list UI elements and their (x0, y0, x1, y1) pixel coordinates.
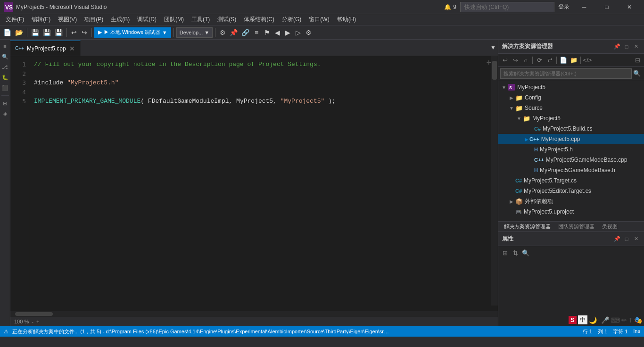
ime-type[interactable]: T (628, 316, 633, 324)
menu-team[interactable]: 团队(M) (160, 15, 188, 25)
toolbar-save[interactable]: 💾 (30, 27, 41, 38)
se-tab-team[interactable]: 团队资源管理器 (554, 222, 598, 232)
toolbar-save2[interactable]: 💾 (53, 27, 64, 38)
scrollbar-vertical[interactable] (491, 56, 498, 306)
ime-mic[interactable]: 🎤 (601, 316, 609, 324)
menu-window[interactable]: 窗口(W) (305, 15, 333, 25)
tree-item-ext-deps[interactable]: ▶ 📦 外部依赖项 (498, 196, 644, 207)
se-tab-solution[interactable]: 解决方案资源管理器 (500, 222, 554, 232)
run-button[interactable]: ▶ ▶ 本地 Windows 调试器 ▼ (94, 27, 171, 38)
activity-extensions[interactable]: ⬛ (0, 83, 10, 92)
ime-emoji[interactable]: 🎭 (634, 316, 642, 324)
tree-item-myproject5-cpp[interactable]: ▶ C++ MyProject5.cpp (498, 134, 644, 144)
se-bottom-tabs: 解决方案资源管理器 团队资源管理器 类视图 (498, 221, 644, 231)
menu-test[interactable]: 测试(S) (214, 15, 240, 25)
editor-content: 1 2 3 4 5 // Fill out your copyright not… (10, 56, 498, 311)
tree-item-build-cs[interactable]: C# MyProject5.Build.cs (498, 124, 644, 134)
toolbar-undo[interactable]: ↩ (69, 27, 79, 38)
add-icon[interactable]: + (486, 58, 491, 68)
se-newfolder-button[interactable]: 📁 (569, 56, 578, 65)
prop-close-button[interactable]: ✕ (632, 235, 640, 243)
ime-draw[interactable]: ✏ (621, 316, 627, 324)
scrollbar-horizontal[interactable] (10, 311, 498, 317)
tree-item-config[interactable]: ▶ 📁 Config (498, 92, 644, 103)
tree-item-myproject5-h[interactable]: H MyProject5.h (498, 144, 644, 155)
menu-debug[interactable]: 调试(D) (133, 15, 160, 25)
menu-project[interactable]: 项目(P) (81, 15, 107, 25)
toolbar-btn-a[interactable]: ⚙ (218, 27, 227, 38)
toolbar-btn-f[interactable]: ◀ (272, 27, 282, 38)
menu-help[interactable]: 帮助(H) (333, 15, 360, 25)
zoom-increase[interactable]: + (36, 319, 39, 324)
toolbar-btn-e[interactable]: ⚑ (262, 27, 272, 38)
tree-item-gamemode-cpp[interactable]: C++ MyProject5GameModeBase.cpp (498, 155, 644, 165)
menu-view[interactable]: 视图(V) (54, 15, 81, 25)
se-home-button[interactable]: ⌂ (521, 56, 530, 65)
activity-git[interactable]: ⎇ (0, 62, 10, 72)
tree-item-target-cs[interactable]: C# MyProject5.Target.cs (498, 175, 644, 186)
toolbar-new[interactable]: 📄 (2, 27, 13, 38)
se-collapse-button[interactable]: ⊟ (633, 56, 642, 65)
close-button[interactable]: ✕ (619, 0, 640, 14)
tab-dropdown[interactable]: ▼ (488, 40, 498, 56)
activity-search[interactable]: 🔍 (0, 52, 10, 61)
ime-chinese[interactable]: 中 (578, 315, 587, 324)
se-back-button[interactable]: ↩ (500, 56, 510, 65)
toolbar-redo[interactable]: ↪ (80, 27, 89, 38)
tab-close-button[interactable]: ✕ (69, 45, 75, 52)
menu-edit[interactable]: 编辑(E) (28, 15, 54, 25)
tree-item-gamemode-h[interactable]: H MyProject5GameModeBase.h (498, 165, 644, 175)
activity-item2[interactable]: ◈ (0, 109, 10, 118)
prop-grid-button[interactable]: ⊞ (500, 248, 510, 257)
ime-moon[interactable]: 🌙 (589, 316, 597, 324)
toolbar-btn-c[interactable]: 🔗 (240, 27, 251, 38)
prop-search-button[interactable]: 🔍 (521, 248, 530, 257)
menu-file[interactable]: 文件(F) (2, 15, 28, 25)
activity-debug[interactable]: 🐛 (0, 73, 10, 82)
activity-item1[interactable]: ⊞ (0, 99, 10, 108)
notification-area[interactable]: 🔔 9 (444, 4, 456, 10)
tree-item-source[interactable]: ▼ 📁 Source (498, 103, 644, 113)
zoom-decrease[interactable]: - (32, 319, 33, 324)
quick-launch-input[interactable] (460, 2, 554, 12)
toolbar-saveall[interactable]: 💾 (41, 27, 52, 38)
menu-architecture[interactable]: 体系结构(C) (240, 15, 278, 25)
prop-window-button[interactable]: □ (622, 235, 631, 243)
menu-build[interactable]: 生成(B) (107, 15, 133, 25)
activity-solution[interactable]: ≡ (0, 41, 10, 51)
config-dropdown[interactable]: Develop... ▼ (176, 27, 213, 38)
se-window-button[interactable]: □ (622, 42, 631, 51)
prop-sort-button[interactable]: ⇅ (511, 248, 520, 257)
login-button[interactable]: 登录 (558, 3, 570, 11)
toolbar-btn-d[interactable]: ≡ (252, 27, 261, 38)
se-sync-button[interactable]: ⇄ (545, 56, 554, 65)
restore-button[interactable]: □ (596, 0, 618, 14)
tree-item-mp5-folder[interactable]: ▼ 📁 MyProject5 (498, 113, 644, 124)
se-refresh-button[interactable]: ⟳ (535, 56, 544, 65)
toolbar-btn-h[interactable]: ▷ (293, 27, 303, 38)
minimize-button[interactable]: ─ (573, 0, 595, 14)
menu-analyze[interactable]: 分析(G) (278, 15, 305, 25)
se-close-button[interactable]: ✕ (632, 42, 640, 51)
line-num-5: 5 (13, 97, 26, 106)
editor-tab-myproject5cpp[interactable]: C++ MyProject5.cpp ✕ (10, 41, 81, 56)
run-icon: ▶ (98, 29, 102, 35)
se-tab-class[interactable]: 类视图 (598, 222, 621, 232)
tree-item-solution[interactable]: ▼ S MyProject5 (498, 82, 644, 92)
ime-keyboard[interactable]: ⌨ (611, 316, 620, 324)
toolbar-open[interactable]: 📂 (14, 27, 25, 38)
code-editor[interactable]: // Fill out your copyright notice in the… (29, 56, 498, 311)
se-search-input[interactable] (500, 68, 632, 79)
toolbar-btn-b[interactable]: 📌 (228, 27, 239, 38)
prop-pin-button[interactable]: 📌 (613, 235, 621, 243)
se-pin-button[interactable]: 📌 (613, 42, 621, 51)
ime-dot[interactable]: · (598, 316, 600, 324)
toolbar-btn-i[interactable]: ⚙ (304, 27, 313, 38)
se-newfile-button[interactable]: 📄 (559, 56, 568, 65)
se-forward-button[interactable]: ↪ (511, 56, 520, 65)
tree-item-editor-target-cs[interactable]: C# MyProject5Editor.Target.cs (498, 186, 644, 196)
menu-tools[interactable]: 工具(T) (188, 15, 214, 25)
se-code-button[interactable]: </> (583, 56, 592, 65)
toolbar-btn-g[interactable]: ▶ (283, 27, 292, 38)
tree-item-uproject[interactable]: 🎮 MyProject5.uproject (498, 207, 644, 217)
